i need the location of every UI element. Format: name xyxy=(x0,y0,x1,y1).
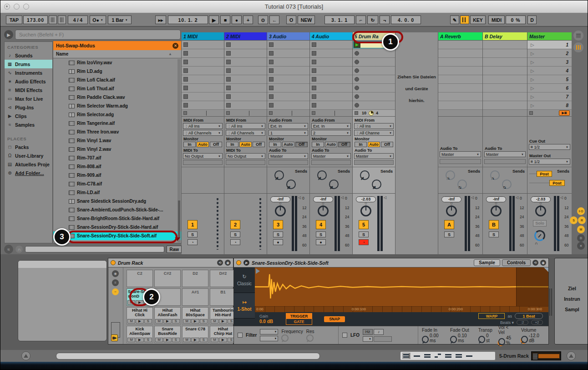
filter-slope-dropdown[interactable]: ▼ xyxy=(260,336,278,341)
hot-swap-icon[interactable]: ⟲ xyxy=(532,260,538,266)
clip-slot[interactable] xyxy=(224,49,267,58)
clip-stop-row[interactable] xyxy=(224,110,267,117)
clip-view-toggle-button[interactable] xyxy=(573,42,583,52)
res-knob[interactable] xyxy=(306,334,314,342)
vol-vel-knob[interactable] xyxy=(498,338,505,345)
input-channel-dropdown[interactable]: ⋮ 2▼ xyxy=(311,130,351,136)
solo-button[interactable]: S xyxy=(230,231,240,237)
cue-volume-knob[interactable] xyxy=(534,230,545,241)
clip-slot[interactable] xyxy=(224,67,267,75)
loop-length-display[interactable]: 4. 0. 0 xyxy=(391,15,421,24)
chain-list-icon[interactable]: ≡ xyxy=(112,279,119,286)
drum-pad[interactable]: Snare C78 ✕ M ▶ S xyxy=(182,326,208,343)
clip-slot[interactable] xyxy=(224,75,267,84)
pan-knob[interactable] xyxy=(318,206,329,216)
nudge-down-button[interactable] xyxy=(49,15,57,24)
filter-checkbox[interactable] xyxy=(238,333,243,338)
track-activator-button[interactable]: 5 xyxy=(359,220,369,229)
send-b-knob[interactable]: B xyxy=(372,180,381,189)
sidebar-category-item[interactable]: ▭ Max for Live xyxy=(5,94,52,103)
file-row[interactable]: Rim Lofi Thud.aif xyxy=(53,84,181,93)
send-b-knob[interactable]: B xyxy=(457,180,467,189)
fade-out-knob[interactable] xyxy=(450,336,457,343)
return-activator-button[interactable]: A xyxy=(444,220,454,229)
clip-slot[interactable] xyxy=(310,84,352,92)
pan-knob[interactable] xyxy=(360,206,371,216)
device-chain-overview[interactable] xyxy=(400,351,496,360)
arm-button[interactable]: ◔ xyxy=(230,239,240,245)
file-row[interactable]: Rim Tangerine.aif xyxy=(53,119,181,128)
drum-pad[interactable]: C#2 ✕ M ▶ S xyxy=(154,270,181,287)
master-volume-value[interactable]: -2.03 xyxy=(531,196,551,202)
send-a-knob[interactable]: A xyxy=(274,170,284,180)
cue-out-dropdown[interactable]: ii 1/2▼ xyxy=(529,144,570,150)
file-row[interactable]: Rim IzoViny.wav xyxy=(53,58,181,67)
rack-io-icon[interactable]: ▮▶ xyxy=(111,334,118,341)
stop-button[interactable]: ■ xyxy=(220,15,230,24)
scene-launch-icon[interactable]: ▷ xyxy=(531,68,534,73)
arm-button[interactable]: ◔ xyxy=(188,239,198,245)
lfo-sync-button[interactable]: ♪ xyxy=(374,329,384,335)
pad-solo-button[interactable]: S xyxy=(200,338,208,342)
pan-knob[interactable] xyxy=(275,206,286,216)
send-a-post-button[interactable]: Post xyxy=(537,171,552,177)
scene-slot[interactable]: ▷ 1 xyxy=(527,41,572,49)
file-row[interactable]: Rim Selector.adg xyxy=(53,110,181,119)
loop-start-display[interactable]: 3. 1. 1 xyxy=(324,15,355,24)
search-input[interactable] xyxy=(15,30,181,40)
sample-preview-icon[interactable]: ▶ xyxy=(243,260,249,266)
volume-value[interactable]: -12.0 dB xyxy=(529,333,545,343)
track-delay-toggle[interactable]: D xyxy=(577,234,585,242)
arm-button[interactable]: ◔ xyxy=(359,239,369,245)
clip-slot[interactable] xyxy=(267,84,309,92)
returns-section-toggle[interactable]: R xyxy=(578,216,586,224)
device-on-icon[interactable] xyxy=(111,260,116,265)
clip-slot[interactable] xyxy=(353,67,395,75)
drum-rack-titlebar[interactable]: Drum Rack ⟲ ◉ xyxy=(108,258,233,267)
loop-button[interactable]: ↻ xyxy=(367,15,378,24)
pad-mute-button[interactable]: M xyxy=(183,319,191,324)
vol-vel-value[interactable]: 45 % xyxy=(506,335,516,345)
volume-value[interactable]: -Inf xyxy=(270,196,290,202)
input-channel-dropdown[interactable]: ⋮ 1▼ xyxy=(269,130,308,136)
track-header[interactable]: 2 MIDI xyxy=(224,32,267,41)
file-row[interactable]: Rim LD.adg xyxy=(53,67,181,76)
monitor-in-button[interactable]: In xyxy=(312,142,324,147)
monitor-auto-button[interactable]: Auto xyxy=(325,142,337,147)
filter-type-dropdown[interactable]: ▼ xyxy=(260,329,278,334)
return-track-header[interactable]: B Delay xyxy=(483,32,527,41)
clip-slot[interactable]: ▶ xyxy=(310,41,352,49)
input-channel-dropdown[interactable]: ⋮ All Channe▼ xyxy=(354,130,394,136)
solo-button[interactable]: S xyxy=(188,231,198,237)
lfo-rate-box[interactable] xyxy=(374,336,392,342)
drum-pad[interactable]: SnareBussRide ✕ M ▶ S xyxy=(154,326,181,343)
send-a-knob[interactable]: A xyxy=(360,170,370,180)
clip-play-icon[interactable]: ▶ xyxy=(354,41,360,48)
half-tempo-button[interactable]: :2 xyxy=(517,320,528,325)
preview-headphones-icon[interactable]: ∩ xyxy=(15,246,23,253)
key-map-button[interactable]: KEY xyxy=(470,15,486,24)
info-toggle-button[interactable] xyxy=(21,351,30,360)
monitor-auto-button[interactable]: Auto xyxy=(368,142,380,147)
send-b-knob[interactable]: B xyxy=(329,180,339,189)
track-drop-zone[interactable]: Ziehen Sie Dateien und Geräte hierhin. xyxy=(395,32,438,254)
clip-slot[interactable]: ▶ xyxy=(224,41,267,49)
pad-preview-button[interactable]: ▶ xyxy=(136,319,143,324)
frequency-knob[interactable] xyxy=(281,334,289,342)
sidebar-place-item[interactable]: ⊕ Add Folder... xyxy=(5,169,52,177)
input-type-dropdown[interactable]: ⋮ All Ins▼ xyxy=(354,123,394,129)
volume-value[interactable]: -Inf xyxy=(313,196,333,202)
stop-clips-icon[interactable] xyxy=(269,111,273,115)
clip-slot[interactable] xyxy=(182,92,224,101)
clip-slot[interactable] xyxy=(182,84,224,92)
pan-knob[interactable] xyxy=(491,206,502,216)
scene-slot[interactable]: ▷ 5 xyxy=(527,75,572,84)
return-track-header[interactable]: A Reverb xyxy=(438,32,482,41)
pad-solo-button[interactable]: S xyxy=(172,319,180,324)
waveform-display[interactable]: 0:000:00:1000:00:2000:00:300 xyxy=(255,267,548,312)
sidebar-category-item[interactable]: ♪ Sounds xyxy=(5,51,52,60)
drum-pad[interactable]: D2 ✕ M ▶ S xyxy=(182,270,208,287)
volume-value[interactable]: -Inf xyxy=(486,196,506,202)
back-to-arrang-button[interactable]: ← xyxy=(269,15,279,24)
track-activator-button[interactable]: 2 xyxy=(230,220,240,229)
